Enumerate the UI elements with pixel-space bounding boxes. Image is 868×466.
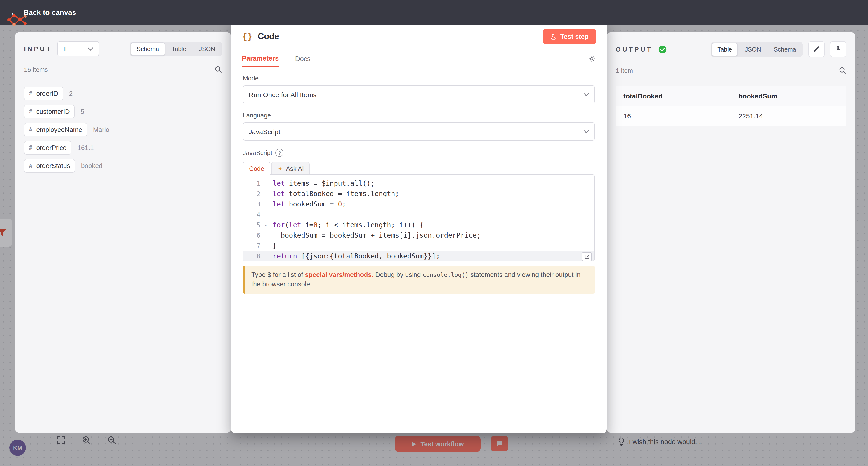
field-value: 161.1 — [77, 144, 94, 151]
input-search-icon[interactable] — [214, 66, 222, 73]
line-number: 4 — [243, 210, 269, 220]
expand-editor-icon[interactable] — [582, 252, 592, 261]
output-search-icon[interactable] — [839, 66, 846, 74]
code-line[interactable]: 6 bookedSum = bookedSum + items[i].json.… — [243, 230, 594, 241]
pin-data-button[interactable] — [830, 41, 846, 57]
callout-link[interactable]: special vars/methods. — [305, 271, 373, 278]
field-name: employeeName — [36, 126, 82, 133]
chevron-down-icon — [88, 47, 93, 51]
top-bar: ← Back to canvas — [0, 0, 868, 25]
node-wish-link[interactable]: I wish this node would... — [618, 437, 701, 446]
schema-item[interactable]: #orderID2 — [24, 87, 222, 100]
edit-output-button[interactable] — [808, 41, 825, 57]
node-title: Code — [258, 32, 279, 41]
field-name: orderID — [36, 90, 58, 97]
code-line[interactable]: 8return [{json:{totalBooked, bookedSum}}… — [243, 251, 594, 261]
schema-field-pill[interactable]: #orderID — [24, 87, 63, 100]
back-to-canvas-label: Back to canvas — [24, 8, 76, 16]
input-source-select[interactable]: If — [57, 41, 99, 57]
schema-field-pill[interactable]: #orderPrice — [24, 141, 71, 155]
output-cell: 16 — [616, 106, 731, 126]
language-value: JavaScript — [249, 128, 280, 135]
tab-output-json[interactable]: JSON — [739, 43, 767, 56]
sparkle-icon — [277, 166, 283, 171]
chevron-down-icon — [584, 93, 589, 96]
n8n-logo — [5, 11, 31, 30]
input-panel: INPUT If Schema Table JSON 16 items #ord… — [15, 32, 231, 433]
code-line[interactable]: 7} — [243, 241, 594, 251]
string-type-icon: A — [29, 163, 32, 169]
node-settings-tabs: Parameters Docs — [231, 50, 607, 67]
tab-input-schema[interactable]: Schema — [131, 42, 165, 55]
code-node-settings: {} Code Test step Parameters Docs Mode R… — [231, 20, 607, 433]
code-text: for(let i=0; i < items.length; i++) { — [269, 220, 594, 230]
callout-text: Debug by using — [373, 271, 423, 278]
schema-field-pill[interactable]: #customerID — [24, 105, 75, 119]
code-line[interactable]: 4 — [243, 210, 594, 220]
field-value: booked — [81, 162, 102, 169]
output-view-tabs: Table JSON Schema — [711, 42, 803, 57]
editor-hint-callout: Type $ for a list of special vars/method… — [243, 266, 595, 294]
code-editor-lines: 1let items = $input.all();2let totalBook… — [243, 178, 594, 261]
input-source-value: If — [63, 45, 67, 53]
tab-input-table[interactable]: Table — [166, 42, 192, 55]
mode-value: Run Once for All Items — [249, 91, 316, 98]
test-step-button[interactable]: Test step — [543, 29, 596, 44]
output-cell: 2251.14 — [731, 106, 846, 126]
schema-field-pill[interactable]: AemployeeName — [24, 123, 87, 136]
number-type-icon: # — [29, 108, 32, 115]
code-line[interactable]: 1let items = $input.all(); — [243, 178, 594, 189]
code-text: let items = $input.all(); — [269, 178, 594, 189]
line-number: 7 — [243, 241, 269, 251]
field-name: customerID — [36, 108, 70, 115]
mode-select[interactable]: Run Once for All Items — [243, 86, 595, 103]
output-panel-title: OUTPUT — [616, 46, 653, 53]
output-col-header: totalBooked — [616, 86, 731, 106]
tab-editor-code[interactable]: Code — [243, 162, 271, 175]
test-step-label: Test step — [560, 33, 589, 40]
tab-output-table[interactable]: Table — [712, 43, 738, 56]
tab-editor-ask-ai[interactable]: Ask AI — [272, 162, 310, 175]
output-row[interactable]: 162251.14 — [616, 106, 846, 126]
code-line[interactable]: 3let bookedSum = 0; — [243, 199, 594, 210]
code-line[interactable]: 5▾for(let i=0; i < items.length; i++) { — [243, 220, 594, 230]
chevron-down-icon — [584, 130, 589, 133]
code-text: } — [269, 241, 594, 251]
schema-item[interactable]: AemployeeNameMario — [24, 123, 222, 136]
line-number: 6 — [243, 230, 269, 241]
schema-field-pill[interactable]: AorderStatus — [24, 159, 75, 173]
tab-input-json[interactable]: JSON — [193, 42, 221, 55]
flask-icon — [550, 33, 557, 40]
field-name: orderStatus — [36, 162, 70, 169]
code-text: return [{json:{totalBooked, bookedSum}}]… — [269, 251, 594, 261]
callout-text: Type $ for a list of — [251, 271, 305, 278]
help-icon[interactable]: ? — [276, 148, 284, 157]
number-type-icon: # — [29, 90, 32, 97]
code-text: let bookedSum = 0; — [269, 199, 594, 210]
schema-item[interactable]: AorderStatusbooked — [24, 159, 222, 173]
code-editor[interactable]: 1let items = $input.all();2let totalBook… — [243, 174, 595, 261]
line-number: 1 — [243, 178, 269, 189]
code-line[interactable]: 2let totalBooked = items.length; — [243, 189, 594, 199]
tab-output-schema[interactable]: Schema — [768, 43, 802, 56]
input-panel-title: INPUT — [24, 45, 52, 53]
schema-item[interactable]: #orderPrice161.1 — [24, 141, 222, 155]
code-text: bookedSum = bookedSum + items[i].json.or… — [269, 230, 594, 241]
output-items-count: 1 item — [616, 67, 633, 74]
language-select[interactable]: JavaScript — [243, 123, 595, 140]
tab-parameters[interactable]: Parameters — [242, 54, 279, 67]
field-value: 5 — [81, 108, 84, 115]
output-col-header: bookedSum — [731, 86, 846, 106]
tab-docs[interactable]: Docs — [295, 55, 310, 67]
number-type-icon: # — [29, 144, 32, 151]
field-value: Mario — [93, 126, 110, 133]
schema-item[interactable]: #customerID5 — [24, 105, 222, 119]
n8n-node-detail-view: KM Test workflow ← Back to canvas INPUT — [0, 0, 868, 466]
editor-tabs: Code Ask AI — [243, 160, 595, 174]
node-settings-gear-icon[interactable] — [588, 55, 596, 67]
lightbulb-icon — [618, 437, 625, 446]
field-value: 2 — [69, 90, 72, 97]
success-check-icon — [658, 45, 666, 54]
fold-chevron-icon[interactable]: ▾ — [265, 220, 267, 230]
language-label: Language — [243, 111, 595, 119]
